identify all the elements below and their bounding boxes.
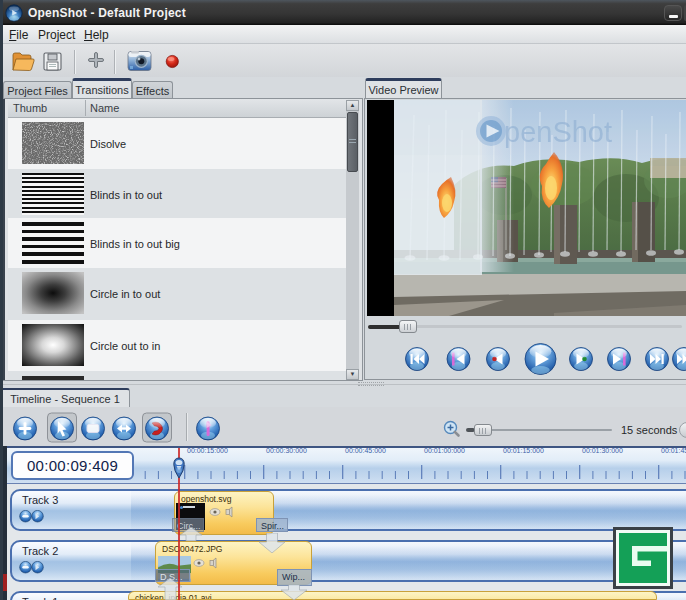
svg-text:penShot: penShot — [504, 116, 612, 148]
